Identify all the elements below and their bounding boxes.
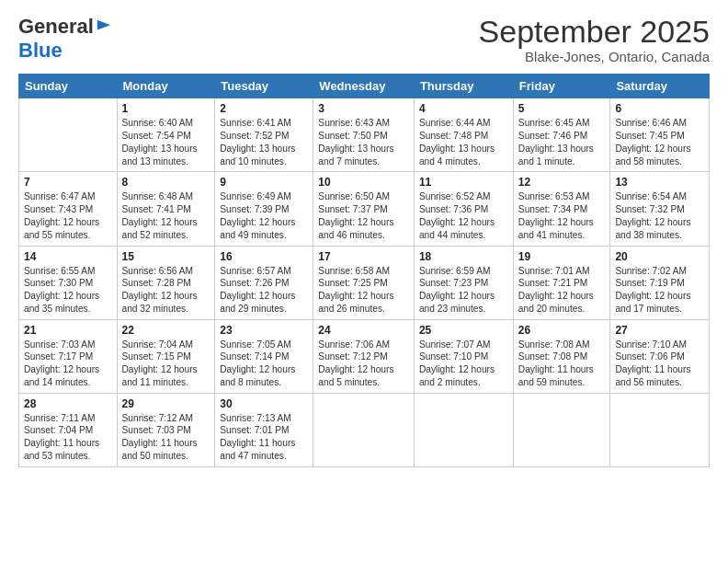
daylight-text-cont: and 23 minutes. [419,303,508,316]
sunrise-text: Sunrise: 7:06 AM [318,339,409,351]
day-number: 23 [220,324,308,337]
sunrise-text: Sunrise: 7:01 AM [518,265,606,278]
day-number: 29 [122,397,210,410]
daylight-text-cont: and 2 minutes. [419,376,508,389]
sunrise-text: Sunrise: 6:46 AM [615,117,704,130]
sunrise-text: Sunrise: 7:07 AM [419,339,508,351]
daylight-text: Daylight: 12 hours [615,216,704,229]
title-block: September 2025 Blake-Jones, Ontario, Can… [479,15,710,64]
sunset-text: Sunset: 7:54 PM [122,130,210,143]
header: General Blue September 2025 Blake-Jones,… [18,15,710,64]
daylight-text: Daylight: 11 hours [122,437,210,450]
calendar-cell [414,393,513,466]
sunset-text: Sunset: 7:15 PM [122,350,210,363]
daylight-text-cont: and 11 minutes. [122,376,210,389]
daylight-text-cont: and 53 minutes. [24,450,112,463]
daylight-text: Daylight: 12 hours [419,216,508,229]
sunset-text: Sunset: 7:25 PM [318,277,409,290]
location: Blake-Jones, Ontario, Canada [479,49,710,64]
day-detail: Sunrise: 7:07 AMSunset: 7:10 PMDaylight:… [419,339,508,389]
day-number: 7 [24,176,112,189]
calendar-cell: 19Sunrise: 7:01 AMSunset: 7:21 PMDayligh… [513,246,610,319]
day-number: 20 [615,250,704,263]
day-detail: Sunrise: 6:56 AMSunset: 7:28 PMDaylight:… [122,265,210,316]
day-number: 12 [518,176,606,189]
daylight-text: Daylight: 13 hours [518,143,606,155]
sunrise-text: Sunrise: 6:41 AM [220,117,308,130]
daylight-text-cont: and 26 minutes. [318,303,409,316]
daylight-text: Daylight: 12 hours [615,143,704,155]
calendar-cell: 4Sunrise: 6:44 AMSunset: 7:48 PMDaylight… [414,98,513,172]
header-saturday: Saturday [610,75,710,98]
day-number: 18 [419,250,508,263]
day-number: 28 [24,397,112,410]
day-number: 3 [318,102,409,115]
daylight-text: Daylight: 12 hours [24,363,112,376]
sunset-text: Sunset: 7:43 PM [24,203,112,216]
daylight-text: Daylight: 12 hours [318,363,409,376]
sunset-text: Sunset: 7:26 PM [220,277,308,290]
sunset-text: Sunset: 7:23 PM [419,277,508,290]
day-detail: Sunrise: 7:06 AMSunset: 7:12 PMDaylight:… [318,339,409,389]
sunrise-text: Sunrise: 6:47 AM [24,190,112,203]
day-number: 9 [220,176,308,189]
daylight-text: Daylight: 12 hours [220,290,308,303]
daylight-text-cont: and 10 minutes. [220,155,308,168]
calendar-cell: 16Sunrise: 6:57 AMSunset: 7:26 PMDayligh… [215,246,313,319]
calendar-cell: 14Sunrise: 6:55 AMSunset: 7:30 PMDayligh… [19,246,118,319]
day-detail: Sunrise: 7:01 AMSunset: 7:21 PMDaylight:… [518,265,606,316]
calendar-cell [313,393,415,466]
day-detail: Sunrise: 6:43 AMSunset: 7:50 PMDaylight:… [318,117,409,167]
day-detail: Sunrise: 6:53 AMSunset: 7:34 PMDaylight:… [518,190,606,241]
daylight-text-cont: and 7 minutes. [318,155,409,168]
day-detail: Sunrise: 6:44 AMSunset: 7:48 PMDaylight:… [419,117,508,167]
sunset-text: Sunset: 7:30 PM [24,277,112,290]
daylight-text-cont: and 46 minutes. [318,229,409,242]
sunrise-text: Sunrise: 6:45 AM [518,117,606,130]
day-detail: Sunrise: 7:02 AMSunset: 7:19 PMDaylight:… [615,265,704,316]
day-number: 4 [419,102,508,115]
sunrise-text: Sunrise: 6:53 AM [518,190,606,203]
day-number: 5 [518,102,606,115]
sunrise-text: Sunrise: 7:11 AM [24,412,112,425]
daylight-text: Daylight: 12 hours [122,363,210,376]
logo: General Blue [18,15,112,63]
sunset-text: Sunset: 7:21 PM [518,277,606,290]
daylight-text: Daylight: 12 hours [122,216,210,229]
calendar-cell: 2Sunrise: 6:41 AMSunset: 7:52 PMDaylight… [215,98,313,172]
calendar-cell: 15Sunrise: 6:56 AMSunset: 7:28 PMDayligh… [117,246,215,319]
calendar-cell: 9Sunrise: 6:49 AMSunset: 7:39 PMDaylight… [215,172,313,246]
sunrise-text: Sunrise: 6:49 AM [220,190,308,203]
sunset-text: Sunset: 7:34 PM [518,203,606,216]
daylight-text: Daylight: 12 hours [318,216,409,229]
day-number: 14 [24,250,112,263]
calendar-cell [19,98,118,172]
day-number: 13 [615,176,704,189]
calendar-week-row: 14Sunrise: 6:55 AMSunset: 7:30 PMDayligh… [19,246,710,319]
day-number: 30 [220,397,308,410]
day-number: 21 [24,324,112,337]
daylight-text: Daylight: 11 hours [518,363,606,376]
sunset-text: Sunset: 7:39 PM [220,203,308,216]
calendar-cell: 29Sunrise: 7:12 AMSunset: 7:03 PMDayligh… [117,393,215,466]
sunset-text: Sunset: 7:14 PM [220,350,308,363]
sunrise-text: Sunrise: 7:03 AM [24,339,112,351]
sunrise-text: Sunrise: 6:58 AM [318,265,409,278]
logo-general-text: General [18,15,94,39]
calendar-cell: 12Sunrise: 6:53 AMSunset: 7:34 PMDayligh… [513,172,610,246]
calendar-cell: 27Sunrise: 7:10 AMSunset: 7:06 PMDayligh… [610,319,710,393]
calendar-cell: 7Sunrise: 6:47 AMSunset: 7:43 PMDaylight… [19,172,118,246]
day-number: 16 [220,250,308,263]
day-detail: Sunrise: 7:08 AMSunset: 7:08 PMDaylight:… [518,339,606,389]
sunrise-text: Sunrise: 6:44 AM [419,117,508,130]
daylight-text-cont: and 52 minutes. [122,229,210,242]
daylight-text-cont: and 56 minutes. [615,376,704,389]
sunset-text: Sunset: 7:41 PM [122,203,210,216]
day-detail: Sunrise: 6:52 AMSunset: 7:36 PMDaylight:… [419,190,508,241]
daylight-text-cont: and 47 minutes. [220,450,308,463]
day-detail: Sunrise: 7:12 AMSunset: 7:03 PMDaylight:… [122,412,210,463]
calendar-cell: 5Sunrise: 6:45 AMSunset: 7:46 PMDaylight… [513,98,610,172]
sunrise-text: Sunrise: 6:54 AM [615,190,704,203]
calendar-cell [513,393,610,466]
daylight-text-cont: and 5 minutes. [318,376,409,389]
